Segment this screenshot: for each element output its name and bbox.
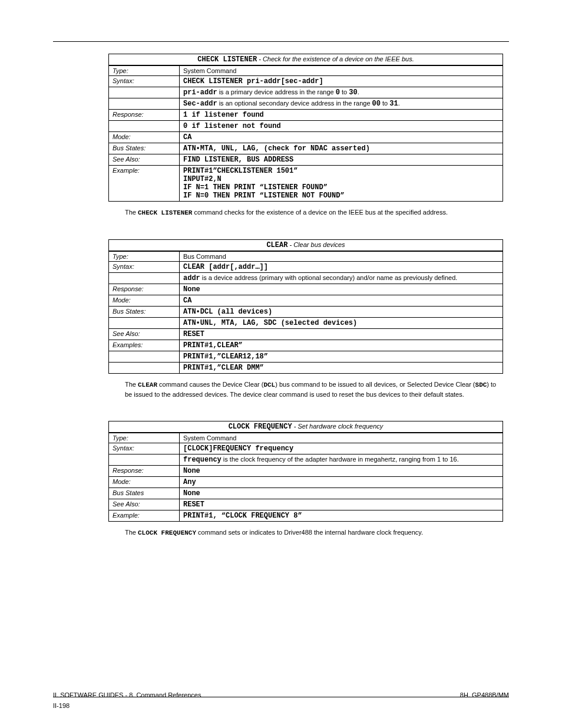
row-label: Example: [109,166,180,202]
row-label: See Also: [109,499,180,510]
table-row: Type:System Command [109,66,503,76]
table-title: CLOCK FREQUENCY - Set hardware clock fre… [109,421,503,432]
row-value: ATN•UNL, MTA, LAG, SDC (selected devices… [180,317,503,328]
table-row: frequency is the clock frequency of the … [109,454,503,465]
row-label: Example: [109,510,180,521]
row-label: Bus States: [109,306,180,317]
clock-frequency-body: Type:System CommandSyntax:[CLOCK]FREQUEN… [108,433,503,522]
table-row: Example:PRINT#1”CHECKLISTENER 1501”INPUT… [109,166,503,202]
check-listener-table: CHECK LISTENER - Check for the existence… [108,54,503,65]
row-label [109,317,180,328]
row-value: Any [180,476,503,487]
row-label [109,351,180,362]
table-row: pri-addr is a primary device address in … [109,87,503,98]
row-value: Sec-addr is an optional secondary device… [180,98,503,110]
table-row: Mode:CA [109,132,503,143]
table-row: Type:System Command [109,433,503,443]
row-label [109,98,180,110]
check-listener-body: Type:System CommandSyntax:CHECK LISTENER… [108,65,503,202]
row-value: PRINT#1”CHECKLISTENER 1501”INPUT#2,NIF N… [180,166,503,202]
row-value: None [180,284,503,295]
row-value: PRINT#1,”CLEAR DMM” [180,362,503,373]
row-label: Response: [109,465,180,476]
table-row: Bus States:ATN•DCL (all devices) [109,306,503,317]
page-footer: II. SOFTWARE GUIDES - 8. Command Referen… [53,691,509,709]
row-value: ATN•MTA, UNL, LAG, (check for NDAC asser… [180,143,503,154]
row-value: None [180,487,503,499]
table-row: Response:None [109,284,503,295]
table-row: Type:Bus Command [109,251,503,261]
clock-frequency-caption: The CLOCK FREQUENCY command sets or indi… [125,528,502,538]
row-label [109,454,180,465]
row-label: Response: [109,110,180,121]
table-title: CHECK LISTENER - Check for the existence… [109,54,503,65]
row-label: Syntax: [109,261,180,272]
check-listener-caption: The CHECK LISTENER command checks for th… [125,207,502,218]
table-row: Syntax:CLEAR [addr[,addr…]] [109,261,503,272]
row-value: System Command [180,66,503,76]
row-label: Bus States: [109,143,180,154]
row-label: Examples: [109,340,180,351]
clear-table: CLEAR - Clear bus devices [108,239,503,251]
table-row: ATN•UNL, MTA, LAG, SDC (selected devices… [109,317,503,328]
table-row: 0 if listener not found [109,121,503,132]
row-label: See Also: [109,328,180,340]
row-label [109,272,180,284]
clear-caption: The CLEAR command causes the Device Clea… [125,380,502,400]
table-row: addr is a device address (primary with o… [109,272,503,284]
row-label: See Also: [109,154,180,166]
table-title-row: CLEAR - Clear bus devices [109,239,503,251]
row-label: Mode: [109,132,180,143]
document-page: CHECK LISTENER - Check for the existence… [0,0,562,728]
row-value: RESET [180,328,503,340]
row-label: Type: [109,251,180,261]
row-value: FIND LISTENER, BUS ADDRESS [180,154,503,166]
row-value: RESET [180,499,503,510]
table-row: Bus StatesNone [109,487,503,499]
table-row: PRINT#1,”CLEAR12,18” [109,351,503,362]
row-value: 1 if listener found [180,110,503,121]
row-value: CHECK LISTENER pri-addr[sec-addr] [180,76,503,87]
page-number: II-198 [53,702,509,709]
row-label: Type: [109,433,180,443]
table-row: Examples:PRINT#1,CLEAR” [109,340,503,351]
footer-left-label: II. SOFTWARE GUIDES - 8. Command Referen… [53,691,201,699]
row-value: System Command [180,433,503,443]
clear-body: Type:Bus CommandSyntax:CLEAR [addr[,addr… [108,251,503,374]
row-label [109,87,180,98]
row-label: Syntax: [109,443,180,454]
table-row: See Also:RESET [109,328,503,340]
table-row: See Also:FIND LISTENER, BUS ADDRESS [109,154,503,166]
clock-frequency-table: CLOCK FREQUENCY - Set hardware clock fre… [108,421,503,433]
row-value: ATN•DCL (all devices) [180,306,503,317]
row-value: CLEAR [addr[,addr…]] [180,261,503,272]
table-row: Syntax:[CLOCK]FREQUENCY frequency [109,443,503,454]
row-value: PRINT#1,”CLEAR12,18” [180,351,503,362]
row-value: pri-addr is a primary device address in … [180,87,503,98]
table-row: Sec-addr is an optional secondary device… [109,98,503,110]
row-label: Mode: [109,295,180,306]
table-row: Response:1 if listener found [109,110,503,121]
row-value: PRINT#1,CLEAR” [180,340,503,351]
row-label: Response: [109,284,180,295]
row-label: Mode: [109,476,180,487]
row-value: [CLOCK]FREQUENCY frequency [180,443,503,454]
row-label [109,121,180,132]
table-row: Mode:Any [109,476,503,487]
row-label: Type: [109,66,180,76]
table-row: Syntax:CHECK LISTENER pri-addr[sec-addr] [109,76,503,87]
row-label: Bus States [109,487,180,499]
table-row: Mode:CA [109,295,503,306]
row-label: Syntax: [109,76,180,87]
row-label [109,362,180,373]
table-row: Example:PRINT#1, “CLOCK FREQUENCY 8” [109,510,503,521]
row-value: addr is a device address (primary with o… [180,272,503,284]
table-row: See Also:RESET [109,499,503,510]
row-value: CA [180,295,503,306]
table-title-row: CHECK LISTENER - Check for the existence… [109,54,503,65]
table-row: PRINT#1,”CLEAR DMM” [109,362,503,373]
top-horizontal-rule [53,41,509,42]
row-value: CA [180,132,503,143]
table-row: Response:None [109,465,503,476]
row-value: 0 if listener not found [180,121,503,132]
